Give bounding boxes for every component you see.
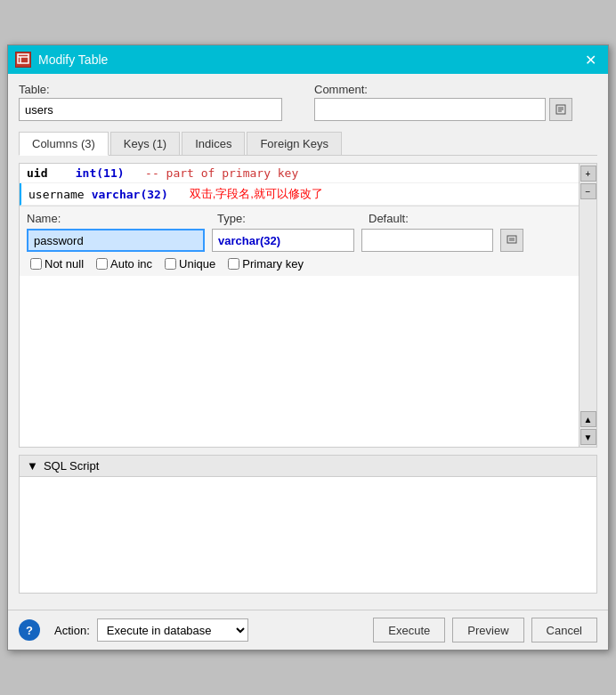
primary-key-label: Primary key (242, 257, 304, 271)
field-labels-row: Name: Type: Default: (27, 212, 571, 225)
app-icon (15, 52, 31, 68)
action-select[interactable]: Execute in database Create only Preview … (97, 618, 248, 642)
table-comment-row: Table: Comment: (19, 83, 597, 121)
checkbox-unique[interactable]: Unique (165, 257, 215, 271)
comment-row (314, 98, 572, 121)
default-edit-button[interactable] (500, 229, 523, 252)
tab-indices[interactable]: Indices (182, 132, 245, 155)
action-label: Action: (54, 624, 90, 637)
tab-bar: Columns (3) Keys (1) Indices Foreign Key… (19, 132, 597, 156)
tab-columns[interactable]: Columns (3) (19, 132, 109, 156)
checkbox-auto-inc[interactable]: Auto inc (96, 257, 152, 271)
scroll-down-button[interactable]: ▼ (580, 429, 596, 445)
comment-group: Comment: (314, 83, 572, 121)
content-area: uid int(11) -- part of primary key usern… (19, 163, 597, 448)
comment-edit-button[interactable] (549, 98, 572, 121)
btn-row: Execute Preview Cancel (373, 618, 597, 642)
field-type-input[interactable] (212, 229, 354, 252)
side-buttons: + − ▲ ▼ (579, 164, 596, 447)
not-null-label: Not null (45, 257, 84, 271)
column-row-uid[interactable]: uid int(11) -- part of primary key (20, 164, 579, 183)
svg-rect-0 (18, 54, 28, 63)
close-button[interactable]: ✕ (580, 49, 601, 70)
title-bar: Modify Table ✕ (8, 45, 608, 74)
auto-inc-checkbox[interactable] (96, 258, 108, 270)
preview-button[interactable]: Preview (452, 618, 523, 642)
col-uid-type: int(11) (76, 166, 125, 180)
type-label: Type: (217, 212, 369, 225)
table-label: Table: (19, 83, 282, 96)
tab-keys[interactable]: Keys (1) (110, 132, 180, 155)
bottom-left: ? Action: Execute in database Create onl… (19, 618, 248, 642)
name-label: Name: (27, 212, 214, 225)
add-row-button[interactable]: + (580, 166, 596, 182)
bottom-bar: ? Action: Execute in database Create onl… (8, 610, 608, 650)
default-label: Default: (369, 212, 409, 225)
auto-inc-label: Auto inc (110, 257, 152, 271)
checkboxes-row: Not null Auto inc Unique Primary ke (27, 257, 571, 271)
cancel-button[interactable]: Cancel (531, 618, 597, 642)
field-default-input[interactable] (361, 229, 493, 252)
remove-row-button[interactable]: − (580, 183, 596, 199)
sql-header[interactable]: ▼ SQL Script (20, 456, 596, 477)
title-bar-left: Modify Table (15, 52, 108, 68)
col-uid-name: uid (27, 166, 47, 180)
checkbox-primary-key[interactable]: Primary key (228, 257, 304, 271)
action-row: Action: Execute in database Create only … (54, 618, 248, 642)
svg-rect-7 (507, 236, 516, 243)
dialog-body: Table: Comment: (8, 74, 608, 610)
table-group: Table: (19, 83, 282, 121)
comment-input[interactable] (314, 98, 546, 121)
not-null-checkbox[interactable] (30, 258, 42, 270)
sql-section: ▼ SQL Script (19, 455, 597, 594)
modify-table-dialog: Modify Table ✕ Table: Comment: (7, 44, 609, 651)
sql-title: SQL Script (44, 459, 99, 473)
col-username-name: username (28, 188, 85, 201)
scroll-up-button[interactable]: ▲ (580, 411, 596, 427)
checkbox-not-null[interactable]: Not null (30, 257, 84, 271)
window-title: Modify Table (38, 53, 108, 67)
col-uid-comment: -- part of primary key (145, 166, 298, 180)
field-inputs-row (27, 229, 571, 252)
help-button[interactable]: ? (19, 619, 40, 641)
comment-label: Comment: (314, 83, 572, 96)
sql-body[interactable] (20, 477, 596, 593)
collapse-icon: ▼ (27, 459, 38, 473)
col-username-type: varchar(32) (92, 188, 168, 201)
field-editor: Name: Type: Default: (20, 206, 579, 276)
columns-content: uid int(11) -- part of primary key usern… (20, 164, 579, 447)
table-name-input[interactable] (19, 98, 282, 121)
field-name-input[interactable] (27, 229, 205, 252)
tab-foreign-keys[interactable]: Foreign Keys (247, 132, 342, 155)
primary-key-checkbox[interactable] (228, 258, 239, 270)
unique-checkbox[interactable] (165, 258, 176, 270)
annotation-text: 双击,字段名,就可以修改了 (190, 186, 323, 202)
execute-button[interactable]: Execute (373, 618, 445, 642)
column-row-username[interactable]: username varchar(32) 双击,字段名,就可以修改了 (20, 183, 579, 206)
unique-label: Unique (179, 257, 215, 271)
